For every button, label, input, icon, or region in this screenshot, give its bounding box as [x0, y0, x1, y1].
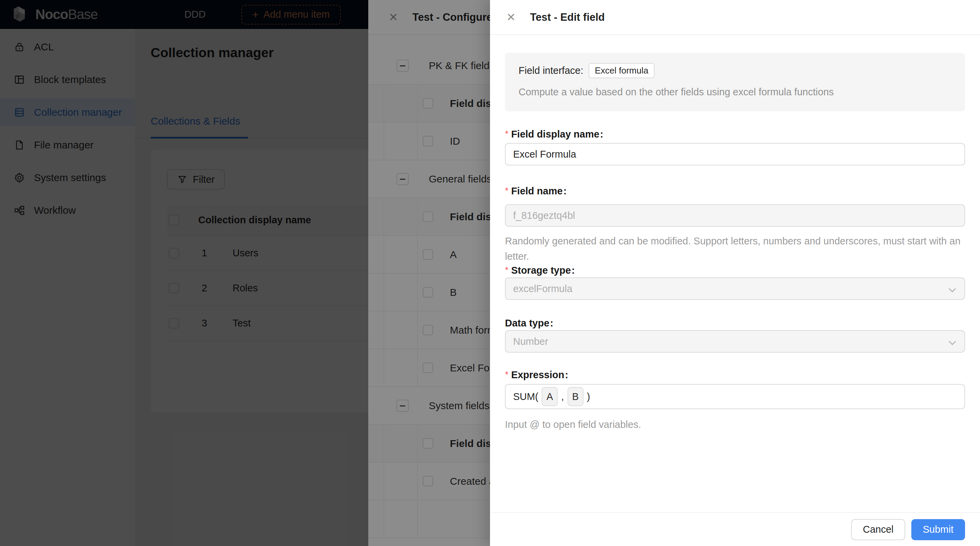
required-asterisk: * — [505, 129, 508, 139]
edit-drawer-header: ✕ Test - Edit field — [490, 0, 980, 35]
field-interface-tag: Excel formula — [589, 63, 655, 78]
data-type-select[interactable]: Number — [505, 330, 965, 353]
field-interface-panel: Field interface: Excel formula Compute a… — [505, 53, 965, 111]
edit-drawer-footer: Cancel Submit — [490, 512, 980, 546]
expression-suffix: ) — [587, 391, 590, 402]
expression-label: *Expression: — [505, 369, 568, 381]
field-display-name-input[interactable]: Excel Formula — [505, 143, 965, 165]
expression-input[interactable]: SUM( A , B ) — [505, 384, 965, 409]
expression-separator: , — [561, 391, 564, 402]
required-asterisk: * — [505, 265, 508, 275]
field-interface-description: Compute a value based on the other field… — [519, 86, 951, 98]
submit-button[interactable]: Submit — [911, 519, 965, 540]
screen: NocoBase DDD + Add menu item ACLBlock te… — [0, 0, 980, 546]
edit-drawer-body: Field interface: Excel formula Compute a… — [490, 35, 980, 512]
field-name-help-text: Randomly generated and can be modified. … — [505, 233, 965, 264]
expression-variable-tag-b[interactable]: B — [568, 387, 584, 406]
expression-variable-tag-a[interactable]: A — [542, 387, 558, 406]
cancel-button[interactable]: Cancel — [851, 519, 905, 540]
field-name-label: *Field name: — [505, 185, 566, 197]
edit-field-drawer: ✕ Test - Edit field Field interface: Exc… — [490, 0, 980, 546]
chevron-down-icon — [950, 339, 955, 345]
storage-type-select[interactable]: excelFormula — [505, 278, 965, 300]
required-asterisk: * — [505, 185, 508, 196]
required-asterisk: * — [505, 369, 508, 380]
data-type-label: Data type: — [505, 318, 553, 329]
expression-help-text: Input @ to open field variables. — [505, 417, 965, 432]
chevron-down-icon — [950, 286, 955, 292]
field-display-name-label: *Field display name: — [505, 129, 603, 140]
expression-prefix: SUM( — [513, 391, 538, 402]
edit-drawer-title: Test - Edit field — [530, 11, 605, 24]
field-interface-label: Field interface: — [519, 65, 583, 76]
field-name-input[interactable]: f_816geztq4bl — [505, 204, 965, 227]
storage-type-label: *Storage type: — [505, 265, 575, 276]
close-icon[interactable]: ✕ — [506, 11, 516, 23]
